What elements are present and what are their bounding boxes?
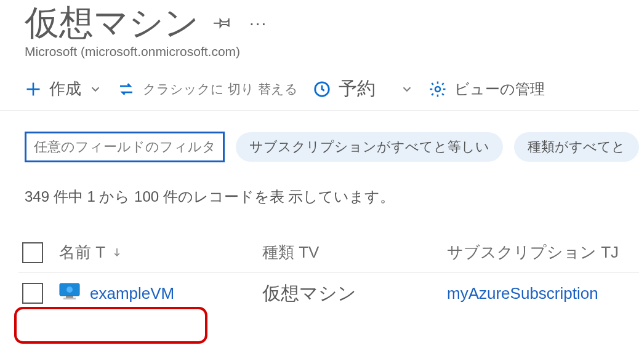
filter-input[interactable] (25, 132, 225, 162)
vm-icon (59, 283, 80, 304)
chevron-down-icon (89, 82, 102, 96)
row-subscription[interactable]: myAzureSubscription (447, 284, 639, 303)
filter-row: サブスクリプションがすべてと等しい 種類がすべてと (0, 111, 639, 162)
plus-icon (25, 81, 42, 98)
page-title: 仮想マシン (25, 0, 199, 47)
column-type[interactable]: 種類 TV (262, 242, 447, 263)
record-count: 349 件中 1 から 100 件のレコードを表 示しています。 (0, 162, 639, 207)
create-button[interactable]: 作成 (25, 78, 102, 100)
filter-pill-subscription[interactable]: サブスクリプションがすべてと等しい (236, 132, 503, 162)
sort-down-icon (111, 243, 123, 262)
column-subscription-label: サブスクリプション TJ (447, 243, 619, 261)
switch-classic-label: クラシックに 切り 替える (143, 81, 298, 98)
svg-rect-7 (63, 298, 76, 299)
filter-pill-subscription-label: サブスクリプションがすべてと等しい (249, 138, 489, 156)
table-row[interactable]: exampleVM 仮想マシン myAzureSubscription (18, 273, 639, 314)
filter-pill-type-label: 種類がすべてと (528, 138, 625, 156)
select-all-checkbox[interactable] (22, 242, 43, 263)
svg-rect-6 (66, 296, 73, 298)
switch-classic-button[interactable]: クラシックに 切り 替える (117, 80, 298, 98)
reservation-label: 予約 (339, 76, 376, 101)
table-header: 名前 T 種類 TV サブスクリプション TJ (18, 232, 639, 273)
tenant-label: Microsoft (microsoft.onmicrosoft.com) (25, 44, 639, 59)
filter-pill-type[interactable]: 種類がすべてと (514, 132, 639, 162)
view-manage-label: ビューの管理 (454, 79, 545, 99)
gear-icon (428, 80, 447, 98)
pin-icon[interactable] (214, 13, 232, 34)
more-icon[interactable]: ··· (249, 15, 267, 32)
column-name-label: 名前 T (59, 242, 105, 263)
view-manage-button[interactable]: ビューの管理 (428, 79, 545, 99)
column-name[interactable]: 名前 T (59, 242, 262, 263)
row-checkbox[interactable] (22, 283, 43, 304)
svg-point-3 (435, 87, 440, 92)
swap-icon (117, 80, 135, 98)
svg-point-8 (66, 287, 73, 293)
column-subscription[interactable]: サブスクリプション TJ (447, 242, 639, 263)
clock-icon (313, 80, 331, 98)
vm-table: 名前 T 種類 TV サブスクリプション TJ examp (0, 232, 639, 314)
row-name-cell[interactable]: exampleVM (59, 283, 262, 304)
create-label: 作成 (49, 78, 81, 100)
column-type-label: 種類 TV (262, 243, 319, 261)
row-name: exampleVM (90, 284, 174, 303)
reservation-button[interactable]: 予約 (313, 76, 414, 101)
toolbar: 作成 クラシックに 切り 替える 予約 ビューの管理 (0, 59, 639, 111)
title-row: 仮想マシン ··· (25, 0, 639, 47)
row-type: 仮想マシン (262, 281, 447, 306)
page-header: 仮想マシン ··· Microsoft (microsoft.onmicroso… (0, 0, 639, 59)
chevron-down-icon (400, 82, 414, 96)
